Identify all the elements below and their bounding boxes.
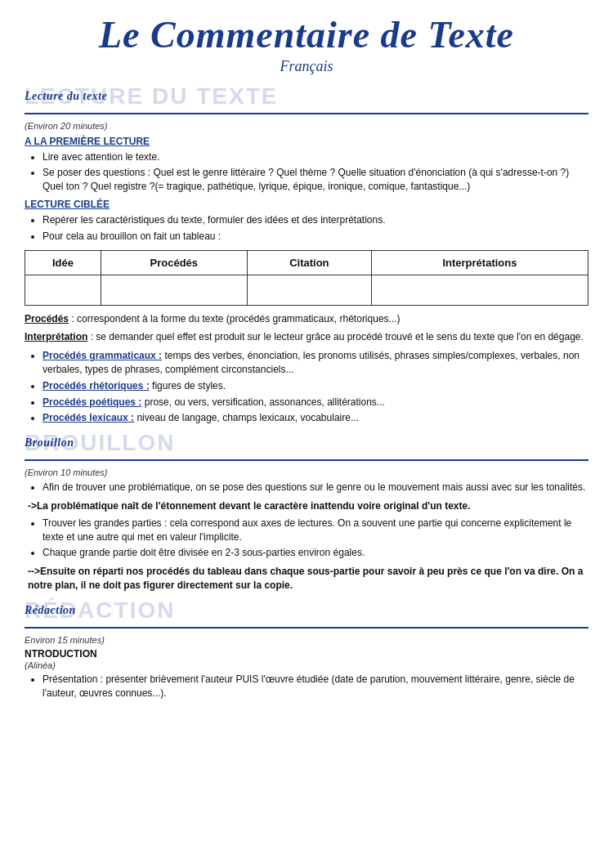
brouillon-list-2: Trouver les grandes parties : cela corre… [43,517,588,560]
table-cell [101,275,247,305]
section-redaction-bg-label: RÉDACTION [25,599,588,622]
section-lecture: LECTURE DU TEXTE Lecture du texte (Envir… [25,85,588,426]
lecture-ciblee-list: Repérer les caractéristiques du texte, f… [43,213,588,244]
list-item-lexicaux: Procédés lexicaux : niveau de langage, c… [43,411,588,425]
lecture-time: (Environ 20 minutes) [25,121,588,131]
list-item: Lire avec attention le texte. [43,150,588,164]
table-header-procedes: Procédés [101,250,247,275]
lexicaux-label: Procédés lexicaux : [43,412,134,423]
section-lecture-header: LECTURE DU TEXTE Lecture du texte [25,85,588,108]
lecture-table: Idée Procédés Citation Interprétations [25,250,588,306]
subsection-premiere-lecture: A LA PREMIÈRE LECTURE [25,136,588,147]
page-header: Le Commentaire de Texte Français [25,15,588,75]
section-redaction-header: RÉDACTION Rédaction [25,599,588,622]
subtitle: Français [25,58,588,75]
redaction-time: Environ 15 minutes) [25,635,588,645]
list-item-poetiques: Procédés poétiques : prose, ou vers, ver… [43,396,588,409]
list-item: Repérer les caractéristiques du texte, f… [43,213,588,227]
procedes-label: Procédés [25,313,69,324]
procedes-desc: Procédés : correspondent à la forme du t… [25,312,588,326]
section-lecture-label: Lecture du texte [25,90,107,103]
section-brouillon-divider [25,459,588,461]
section-brouillon-bg-label: BROUILLON [25,432,588,454]
section-lecture-divider [25,113,588,114]
rhetoriques-text: figures de styles. [150,380,226,391]
list-item: Afin de trouver une problématique, on se… [43,481,588,494]
premiere-lecture-list: Lire avec attention le texte. Se poser d… [43,150,588,194]
interpretation-label: Interprétation [25,331,87,342]
list-item: Chaque grande partie doit être divisée e… [43,546,588,560]
section-redaction-divider [25,627,588,629]
subsection-lecture-ciblee: LECTURE CIBLÉE [25,199,588,210]
brouillon-arrow-1: ->La problématique naît de l'étonnement … [28,499,588,513]
table-header-interpretations: Interprétations [371,250,588,275]
list-item: Trouver les grandes parties : cela corre… [43,517,588,544]
main-title: Le Commentaire de Texte [25,15,588,56]
intro-label: NTRODUCTION [25,648,588,660]
table-cell [247,275,371,305]
procedes-text: : correspondent à la forme du texte (pro… [69,313,400,324]
list-item: Pour cela au brouillon on fait un tablea… [43,230,588,244]
table-cell [25,275,101,305]
section-lecture-bg-label: LECTURE DU TEXTE [25,85,588,108]
table-header-citation: Citation [247,250,371,275]
poetiques-text: prose, ou vers, versification, assonance… [141,396,384,408]
brouillon-time: (Environ 10 minutes) [25,468,588,477]
list-item: Présentation : présenter brièvement l'au… [43,673,588,700]
brouillon-list-1: Afin de trouver une problématique, on se… [43,481,588,494]
redaction-list: Présentation : présenter brièvement l'au… [43,673,588,700]
section-brouillon-header: BROUILLON Brouillon [25,432,588,454]
table-cell [371,275,588,305]
interpretation-desc: Interprétation : se demander quel effet … [25,330,588,344]
list-item-rhetoriques: Procédés rhétoriques : figures de styles… [43,379,588,393]
rhetoriques-label: Procédés rhétoriques : [43,380,150,391]
lexicaux-text: niveau de langage, champs lexicaux, voca… [134,412,359,423]
list-item: Se poser des questions : Quel est le gen… [43,166,588,194]
list-item-grammaticaux: Procédés grammaticaux : temps des verbes… [43,349,588,377]
table-header-idee: Idée [25,250,101,275]
alinea-label: (Alinéa) [25,660,588,670]
grammaticaux-label: Procédés grammaticaux : [43,350,162,361]
section-brouillon-label: Brouillon [25,436,74,450]
section-redaction: RÉDACTION Rédaction Environ 15 minutes) … [25,599,588,700]
procedes-types-list: Procédés grammaticaux : temps des verbes… [43,349,588,425]
brouillon-arrow-2: -->Ensuite on réparti nos procédés du ta… [28,565,588,593]
section-brouillon: BROUILLON Brouillon (Environ 10 minutes)… [25,432,588,593]
interpretation-text: : se demander quel effet est produit sur… [87,331,583,342]
section-redaction-label: Rédaction [25,604,76,617]
poetiques-label: Procédés poétiques : [43,396,141,408]
